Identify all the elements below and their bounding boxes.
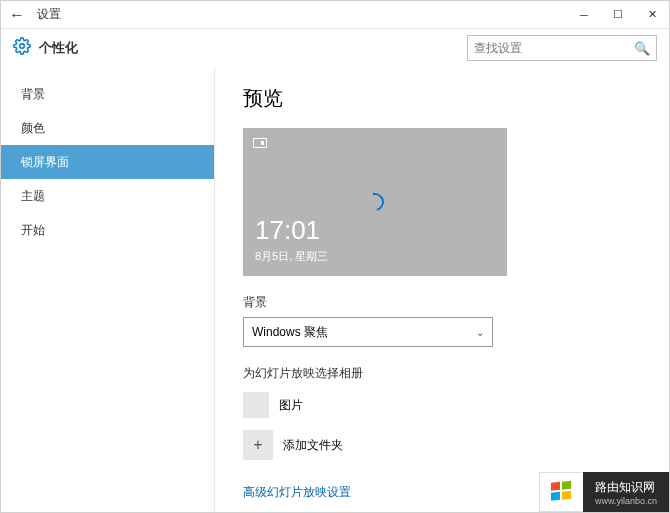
close-button[interactable]: ✕ bbox=[635, 1, 669, 29]
search-box[interactable]: 🔍 bbox=[467, 35, 657, 61]
album-thumb bbox=[243, 392, 269, 418]
sidebar-item-themes[interactable]: 主题 bbox=[1, 179, 214, 213]
lockscreen-preview: 17:01 8月5日, 星期三 bbox=[243, 128, 507, 276]
window-title: 设置 bbox=[33, 6, 567, 23]
album-label: 为幻灯片放映选择相册 bbox=[243, 365, 641, 382]
svg-rect-1 bbox=[551, 482, 560, 491]
sidebar-item-background[interactable]: 背景 bbox=[1, 77, 214, 111]
preview-date: 8月5日, 星期三 bbox=[255, 249, 328, 264]
content-area: 预览 17:01 8月5日, 星期三 背景 Windows 聚焦 ⌄ 为幻灯片放… bbox=[215, 67, 669, 512]
maximize-button[interactable]: ☐ bbox=[601, 1, 635, 29]
add-folder-button[interactable]: + bbox=[243, 430, 273, 460]
watermark-name: 路由知识网 bbox=[595, 479, 657, 496]
sidebar-item-lockscreen[interactable]: 锁屏界面 bbox=[1, 145, 214, 179]
section-title: 个性化 bbox=[39, 39, 467, 57]
chevron-down-icon: ⌄ bbox=[476, 327, 484, 338]
svg-point-0 bbox=[20, 44, 25, 49]
search-icon: 🔍 bbox=[634, 41, 650, 56]
svg-rect-3 bbox=[551, 492, 560, 501]
watermark-url: www.yilanbo.cn bbox=[595, 496, 657, 506]
sidebar-item-start[interactable]: 开始 bbox=[1, 213, 214, 247]
album-name: 图片 bbox=[279, 397, 303, 414]
album-item[interactable]: 图片 bbox=[243, 392, 641, 418]
windows-flag-icon bbox=[539, 472, 583, 512]
background-dropdown[interactable]: Windows 聚焦 ⌄ bbox=[243, 317, 493, 347]
watermark: 路由知识网 www.yilanbo.cn bbox=[539, 472, 669, 512]
advanced-slideshow-link[interactable]: 高级幻灯片放映设置 bbox=[243, 484, 351, 501]
dropdown-value: Windows 聚焦 bbox=[252, 324, 328, 341]
add-folder-label: 添加文件夹 bbox=[283, 437, 343, 454]
sidebar: 背景 颜色 锁屏界面 主题 开始 bbox=[1, 67, 215, 512]
preview-heading: 预览 bbox=[243, 85, 641, 112]
gear-icon bbox=[13, 37, 31, 59]
svg-rect-2 bbox=[562, 481, 571, 490]
sidebar-item-colors[interactable]: 颜色 bbox=[1, 111, 214, 145]
back-button[interactable]: ← bbox=[1, 6, 33, 24]
loading-spinner-icon bbox=[363, 190, 388, 215]
background-label: 背景 bbox=[243, 294, 641, 311]
minimize-button[interactable]: ─ bbox=[567, 1, 601, 29]
preview-time: 17:01 bbox=[255, 215, 320, 246]
svg-rect-4 bbox=[562, 491, 571, 500]
screen-icon bbox=[253, 138, 267, 148]
search-input[interactable] bbox=[474, 41, 634, 55]
